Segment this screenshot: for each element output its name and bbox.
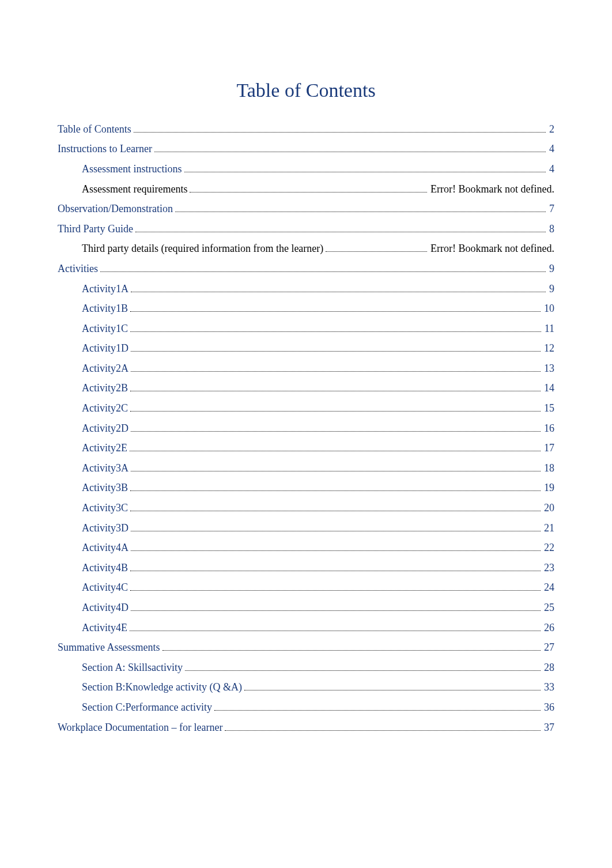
toc-entry[interactable]: Activity1B10 xyxy=(58,303,554,315)
toc-entry-label[interactable]: Third Party Guide xyxy=(58,223,133,236)
toc-entry-label[interactable]: Activity4E xyxy=(82,622,127,635)
toc-entry-label[interactable]: Activity4C xyxy=(82,582,128,594)
toc-entry-page[interactable]: 33 xyxy=(543,681,554,694)
table-of-contents: Table of Contents2Instructions to Learne… xyxy=(58,123,554,734)
toc-entry-label[interactable]: Activity2C xyxy=(82,402,128,415)
toc-entry[interactable]: Third Party Guide8 xyxy=(58,223,554,236)
toc-entry[interactable]: Observation/Demonstration7 xyxy=(58,203,554,216)
toc-entry-page[interactable]: 20 xyxy=(543,502,554,515)
toc-entry[interactable]: Activity1C11 xyxy=(58,323,554,335)
toc-entry-page[interactable]: 26 xyxy=(543,622,554,635)
toc-leader-dots xyxy=(163,644,541,651)
toc-entry-page[interactable]: 16 xyxy=(543,422,554,435)
toc-leader-dots xyxy=(154,146,546,153)
toc-entry-page[interactable]: 13 xyxy=(543,363,554,375)
toc-entry-page[interactable]: 18 xyxy=(543,462,554,475)
toc-entry-page[interactable]: 22 xyxy=(543,542,554,554)
toc-leader-dots xyxy=(130,325,541,332)
toc-entry-page[interactable]: 27 xyxy=(543,641,554,654)
toc-entry-label[interactable]: Activity2D xyxy=(82,422,129,435)
toc-entry-page[interactable]: 7 xyxy=(548,203,554,216)
toc-leader-dots xyxy=(135,225,546,232)
toc-entry[interactable]: Activity2B14 xyxy=(58,382,554,395)
toc-entry-label[interactable]: Activity1D xyxy=(82,342,129,355)
toc-entry-page[interactable]: 8 xyxy=(548,223,554,236)
toc-entry-page[interactable]: 11 xyxy=(543,323,554,335)
toc-entry[interactable]: Activity2E17 xyxy=(58,442,554,455)
toc-entry[interactable]: Activity3B19 xyxy=(58,482,554,495)
toc-leader-dots xyxy=(190,186,427,193)
toc-entry-label[interactable]: Section C:Performance activity xyxy=(82,701,212,714)
toc-entry[interactable]: Summative Assessments27 xyxy=(58,641,554,654)
toc-entry-label[interactable]: Summative Assessments xyxy=(58,641,160,654)
toc-entry[interactable]: Activity3C20 xyxy=(58,502,554,515)
toc-entry[interactable]: Activity2D16 xyxy=(58,422,554,435)
toc-entry[interactable]: Activity4D25 xyxy=(58,602,554,614)
toc-entry[interactable]: Section B:Knowledge activity (Q &A)33 xyxy=(58,681,554,694)
toc-entry-page[interactable]: 28 xyxy=(543,662,554,674)
toc-entry-label[interactable]: Activity2A xyxy=(82,363,129,375)
toc-entry[interactable]: Activities9 xyxy=(58,263,554,276)
toc-entry-label[interactable]: Activity4D xyxy=(82,602,129,614)
toc-leader-dots xyxy=(185,664,541,671)
toc-entry-page[interactable]: 14 xyxy=(543,382,554,395)
toc-entry[interactable]: Table of Contents2 xyxy=(58,123,554,136)
toc-entry-page[interactable]: 36 xyxy=(543,701,554,714)
toc-entry-label[interactable]: Workplace Documentation – for learner xyxy=(58,722,222,734)
toc-entry-label[interactable]: Activities xyxy=(58,263,98,276)
toc-leader-dots xyxy=(131,345,541,352)
toc-entry-label[interactable]: Instructions to Learner xyxy=(58,143,152,156)
toc-entry[interactable]: Activity1D12 xyxy=(58,342,554,355)
toc-entry-label[interactable]: Activity2B xyxy=(82,382,128,395)
toc-entry[interactable]: Instructions to Learner4 xyxy=(58,143,554,156)
toc-entry[interactable]: Activity1A9 xyxy=(58,283,554,296)
toc-entry-label[interactable]: Activity3D xyxy=(82,522,129,535)
toc-entry-page[interactable]: 2 xyxy=(548,123,554,136)
toc-leader-dots xyxy=(184,165,546,172)
toc-entry-page[interactable]: 12 xyxy=(543,342,554,355)
toc-entry-label[interactable]: Activity1B xyxy=(82,303,128,315)
toc-entry[interactable]: Activity3A18 xyxy=(58,462,554,475)
toc-entry[interactable]: Workplace Documentation – for learner37 xyxy=(58,722,554,734)
toc-entry[interactable]: Section C:Performance activity36 xyxy=(58,701,554,714)
toc-entry[interactable]: Assessment instructions4 xyxy=(58,163,554,176)
toc-entry-page[interactable]: 25 xyxy=(543,602,554,614)
toc-entry[interactable]: Activity4E26 xyxy=(58,622,554,635)
toc-entry-page[interactable]: 4 xyxy=(548,163,554,176)
toc-entry-label[interactable]: Activity3C xyxy=(82,502,128,515)
toc-entry-label[interactable]: Activity3B xyxy=(82,482,128,495)
toc-entry-page[interactable]: 10 xyxy=(543,303,554,315)
toc-entry-label[interactable]: Section B:Knowledge activity (Q &A) xyxy=(82,681,242,694)
toc-leader-dots xyxy=(130,485,541,492)
toc-entry-label[interactable]: Observation/Demonstration xyxy=(58,203,173,216)
toc-entry-page[interactable]: 15 xyxy=(543,402,554,415)
toc-entry-page[interactable]: 23 xyxy=(543,562,554,575)
toc-entry[interactable]: Section A: Skillsactivity28 xyxy=(58,662,554,674)
toc-entry-label[interactable]: Activity3A xyxy=(82,462,129,475)
toc-entry[interactable]: Activity2C15 xyxy=(58,402,554,415)
toc-entry-page[interactable]: 37 xyxy=(543,722,554,734)
toc-entry-label[interactable]: Activity1C xyxy=(82,323,128,335)
toc-entry-page[interactable]: 24 xyxy=(543,582,554,594)
toc-entry-page[interactable]: 19 xyxy=(543,482,554,495)
toc-leader-dots xyxy=(131,465,541,471)
toc-entry-page[interactable]: 9 xyxy=(548,283,554,296)
toc-entry-page[interactable]: 9 xyxy=(548,263,554,276)
toc-entry[interactable]: Activity4A22 xyxy=(58,542,554,554)
toc-entry-label[interactable]: Activity4B xyxy=(82,562,128,575)
toc-entry[interactable]: Activity3D21 xyxy=(58,522,554,535)
toc-entry-page[interactable]: 17 xyxy=(543,442,554,455)
toc-entry-label[interactable]: Assessment instructions xyxy=(82,163,182,176)
toc-entry-label[interactable]: Table of Contents xyxy=(58,123,131,136)
toc-entry-label[interactable]: Activity1A xyxy=(82,283,129,296)
toc-entry[interactable]: Activity2A13 xyxy=(58,363,554,375)
toc-leader-dots xyxy=(131,425,541,432)
toc-entry-page[interactable]: 21 xyxy=(543,522,554,535)
toc-leader-dots xyxy=(131,285,546,292)
toc-entry-label[interactable]: Section A: Skillsactivity xyxy=(82,662,183,674)
toc-entry[interactable]: Activity4B23 xyxy=(58,562,554,575)
toc-entry-label[interactable]: Activity2E xyxy=(82,442,127,455)
toc-entry-label[interactable]: Activity4A xyxy=(82,542,129,554)
toc-entry[interactable]: Activity4C24 xyxy=(58,582,554,594)
toc-entry-page[interactable]: 4 xyxy=(548,143,554,156)
